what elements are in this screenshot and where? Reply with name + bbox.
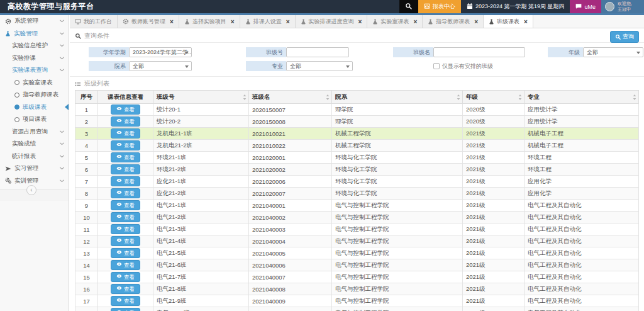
sidebar-item[interactable]: 实验成绩	[0, 138, 69, 150]
view-button[interactable]: 查看	[111, 296, 140, 306]
tab-item[interactable]: 班级课表×	[484, 15, 533, 28]
column-header[interactable]: 班级名	[249, 91, 332, 104]
view-button[interactable]: 查看	[111, 284, 140, 294]
view-cell: 查看	[98, 104, 153, 116]
view-button[interactable]: 查看	[111, 248, 140, 258]
department-cell: 环境与化工学院	[332, 176, 463, 188]
sidebar-item[interactable]: 实训管理	[0, 175, 69, 188]
class-no-cell: 应化21-1班	[153, 176, 249, 188]
close-icon[interactable]: ×	[231, 19, 235, 25]
view-button-label: 查看	[124, 166, 135, 173]
sidebar-item[interactable]: 实验信息维护	[0, 40, 69, 52]
view-button[interactable]: 查看	[111, 176, 140, 186]
view-cell: 查看	[98, 152, 153, 164]
sidebar-item-label: 实验课表查询	[12, 66, 48, 74]
view-button-label: 查看	[124, 298, 135, 305]
department-cell: 电气与控制工程学院	[332, 307, 463, 311]
close-icon[interactable]: ×	[413, 19, 417, 25]
only-scheduled-checkbox[interactable]	[433, 63, 440, 69]
ume-button[interactable]: uMe	[570, 0, 601, 13]
report-icon	[424, 3, 430, 11]
view-button[interactable]: 查看	[111, 236, 140, 246]
view-button[interactable]: 查看	[111, 140, 140, 150]
close-icon[interactable]: ×	[474, 19, 478, 25]
chevron-down-icon	[60, 179, 64, 183]
flask-icon	[5, 31, 11, 37]
sidebar-item-label: 系统管理	[14, 17, 38, 25]
gears-icon	[5, 178, 11, 184]
tab-item[interactable]: 排课人设置×	[240, 15, 296, 28]
view-cell: 查看	[98, 271, 153, 283]
sidebar-item[interactable]: 实习管理	[0, 162, 69, 175]
major-cell: 电气工程及其自动化	[525, 295, 639, 307]
view-cell: 查看	[98, 283, 153, 295]
view-button-label: 查看	[124, 106, 135, 113]
class-no-input[interactable]	[286, 47, 349, 57]
column-header[interactable]: 院系	[332, 91, 463, 104]
sidebar-item[interactable]: 指导教师课表	[0, 89, 69, 101]
class-no-cell: 环境21-1班	[153, 152, 249, 164]
class-name-cell: 2021020007	[249, 188, 332, 200]
tab-item[interactable]: 实验室课表×	[367, 15, 423, 28]
class-list-title: 班级列表	[75, 79, 639, 89]
table-row: 6查看环境21-2班2021020002环境与化工学院2021级环境工程	[75, 164, 639, 176]
tab-label: 指导教师课表	[436, 18, 470, 26]
major-cell: 环境工程	[525, 152, 639, 164]
view-button[interactable]: 查看	[111, 116, 140, 127]
sidebar-item-label: 统计报表	[12, 152, 36, 161]
eye-icon	[116, 189, 122, 197]
view-button[interactable]: 查看	[111, 188, 140, 198]
eye-icon	[116, 106, 122, 113]
tab-label: 实验室课表	[380, 18, 409, 26]
close-icon[interactable]: ×	[358, 19, 362, 25]
sidebar-item[interactable]: 实验室课表	[0, 77, 69, 89]
tab-item[interactable]: 教师账号管理×	[118, 15, 179, 28]
sidebar-item[interactable]: 系统管理	[0, 15, 69, 28]
sidebar-item[interactable]: 实验排课	[0, 52, 69, 65]
view-button[interactable]: 查看	[111, 224, 140, 234]
sidebar-item[interactable]: 班级课表	[0, 101, 69, 114]
report-center-button[interactable]: 报表中心	[418, 0, 461, 13]
class-no-cell: 电气21-10班	[153, 307, 249, 311]
query-search-button[interactable]: 查询	[610, 31, 639, 43]
view-button[interactable]: 查看	[111, 260, 140, 270]
header-search-button[interactable]	[399, 0, 418, 13]
sidebar-item[interactable]: 统计报表	[0, 150, 69, 163]
chevron-down-icon	[60, 32, 64, 35]
sidebar-item[interactable]: 项目课表	[0, 113, 69, 126]
tab-item[interactable]: 选择实验项目×	[179, 15, 240, 28]
tab-item[interactable]: 我的工作台	[70, 15, 118, 28]
view-button[interactable]: 查看	[111, 212, 140, 222]
view-button[interactable]: 查看	[111, 308, 140, 311]
semester-select[interactable]: 2023-2024学年第二学...	[129, 47, 192, 57]
sidebar-collapse-button[interactable]: ‹	[26, 185, 36, 195]
tab-label: 实验排课进度查询	[309, 18, 354, 26]
grade-select[interactable]: 全部	[583, 47, 643, 57]
column-header[interactable]: 专业	[525, 91, 639, 104]
view-button[interactable]: 查看	[111, 128, 140, 139]
grade-cell: 2020级	[463, 104, 525, 116]
dept-select[interactable]: 全部	[129, 61, 192, 71]
department-cell: 电气与控制工程学院	[332, 271, 463, 283]
view-button[interactable]: 查看	[111, 105, 140, 115]
major-select[interactable]: 全部	[286, 61, 353, 71]
view-button[interactable]: 查看	[111, 200, 140, 210]
sidebar-item[interactable]: 资源占用查询	[0, 126, 69, 139]
column-header[interactable]: 班级号	[153, 91, 249, 104]
sidebar-item[interactable]: 实验课表查询	[0, 64, 69, 77]
view-button[interactable]: 查看	[111, 152, 140, 162]
user-menu[interactable]: 欢迎您, 王冠中	[601, 0, 644, 13]
sidebar-footer: ‹	[0, 189, 69, 201]
close-icon[interactable]: ×	[170, 19, 174, 25]
sidebar-item[interactable]: 实验管理	[0, 28, 69, 40]
view-button[interactable]: 查看	[111, 272, 140, 282]
close-icon[interactable]: ×	[286, 19, 290, 25]
view-button[interactable]: 查看	[111, 164, 140, 174]
tab-item[interactable]: 指导教师课表×	[423, 15, 484, 28]
class-name-input[interactable]	[433, 47, 525, 57]
radio-icon	[14, 117, 19, 122]
tab-item[interactable]: 实验排课进度查询×	[296, 15, 368, 28]
close-icon[interactable]: ×	[524, 19, 528, 25]
grade-label: 年级	[548, 47, 583, 57]
column-header[interactable]: 年级	[463, 91, 525, 104]
